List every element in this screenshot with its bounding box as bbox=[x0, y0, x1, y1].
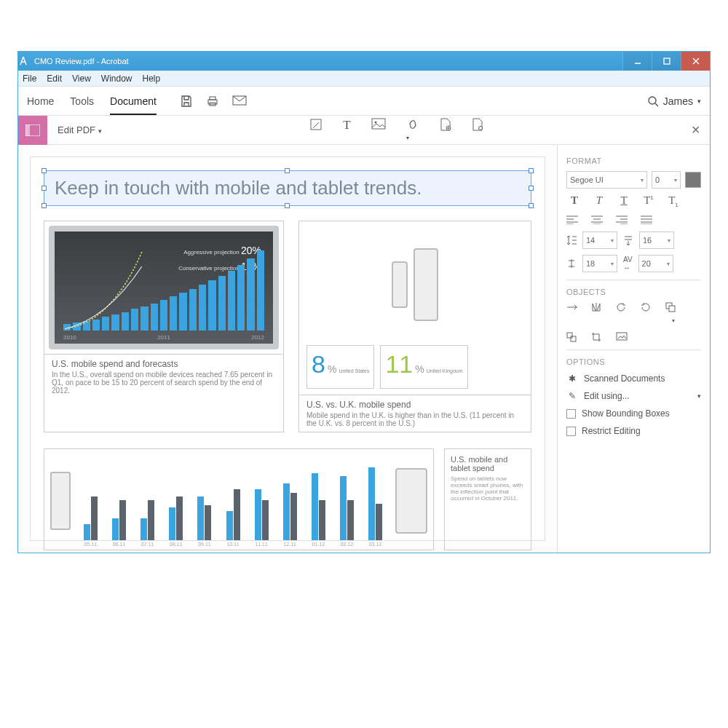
pencil-icon: ✎ bbox=[566, 391, 578, 401]
options-section-label: OPTIONS bbox=[566, 357, 701, 366]
workarea: Keep in touch with mobile and tablet tre… bbox=[18, 145, 710, 553]
menu-window[interactable]: Window bbox=[101, 74, 132, 84]
menu-file[interactable]: File bbox=[23, 74, 36, 84]
document-canvas[interactable]: Keep in touch with mobile and tablet tre… bbox=[18, 145, 557, 553]
line-spacing-icon bbox=[566, 234, 577, 246]
chart1-caption-body: In the U.S., overall spend on mobile dev… bbox=[52, 371, 276, 395]
option-restrict-editing[interactable]: Restrict Editing bbox=[566, 426, 701, 436]
headline-text[interactable]: Keep in touch with mobile and tablet tre… bbox=[55, 177, 521, 199]
objects-section-label: OBJECTS bbox=[566, 288, 701, 296]
svg-point-12 bbox=[374, 122, 376, 124]
svg-point-6 bbox=[649, 97, 656, 104]
replace-image-icon[interactable] bbox=[616, 332, 632, 342]
link-icon[interactable]: ▾ bbox=[406, 118, 419, 142]
horizontal-scale-input[interactable]: 18▾ bbox=[582, 255, 617, 272]
svg-rect-10 bbox=[311, 119, 321, 130]
italic-icon[interactable]: T bbox=[591, 194, 607, 208]
line-spacing-input[interactable]: 14▾ bbox=[582, 232, 617, 249]
tab-tools[interactable]: Tools bbox=[70, 95, 94, 107]
window-title: CMO Review.pdf - Acrobat bbox=[33, 57, 622, 66]
close-button[interactable] bbox=[681, 52, 710, 71]
tab-document[interactable]: Document bbox=[110, 95, 157, 115]
titlebar: CMO Review.pdf - Acrobat bbox=[18, 52, 710, 71]
svg-rect-17 bbox=[567, 333, 572, 338]
menu-view[interactable]: View bbox=[72, 74, 91, 84]
menu-help[interactable]: Help bbox=[143, 74, 161, 84]
document-page: Keep in touch with mobile and tablet tre… bbox=[30, 157, 545, 541]
edit-pdf-dropdown[interactable]: Edit PDF ▾ bbox=[47, 124, 112, 135]
page-settings-icon[interactable] bbox=[472, 118, 483, 142]
gear-icon: ✱ bbox=[566, 373, 578, 384]
add-text-icon[interactable]: T bbox=[343, 118, 350, 142]
arrange-icon[interactable]: ▾ bbox=[665, 302, 681, 325]
edit-toolbar: Edit PDF ▾ T ▾ ✕ bbox=[18, 116, 710, 145]
search-icon[interactable] bbox=[647, 95, 659, 107]
underline-icon[interactable]: T bbox=[616, 194, 632, 208]
stat-us: 8% United States bbox=[306, 345, 374, 389]
format-panel: FORMAT Segoe UI▾ 0▾ T T T T1 T1 1 bbox=[557, 145, 710, 553]
save-icon[interactable] bbox=[180, 95, 193, 108]
rotate-ccw-icon[interactable] bbox=[616, 302, 632, 325]
crop-icon[interactable] bbox=[591, 332, 607, 342]
align-justify-icon[interactable] bbox=[641, 215, 657, 224]
svg-line-7 bbox=[655, 103, 658, 106]
checkbox-icon[interactable] bbox=[566, 427, 576, 436]
checkbox-icon[interactable] bbox=[566, 409, 576, 419]
print-icon[interactable] bbox=[206, 95, 219, 108]
flip-horizontal-icon[interactable] bbox=[566, 302, 582, 325]
svg-rect-19 bbox=[617, 333, 627, 340]
flip-vertical-icon[interactable] bbox=[591, 302, 607, 325]
user-dropdown-icon[interactable]: ▾ bbox=[697, 98, 701, 105]
align-left-icon[interactable] bbox=[566, 215, 582, 224]
horizontal-scale-icon bbox=[566, 258, 577, 269]
bold-icon[interactable]: T bbox=[566, 194, 582, 208]
subscript-icon[interactable]: T1 bbox=[665, 194, 681, 208]
phone-icon bbox=[392, 261, 408, 308]
tablet-icon bbox=[414, 248, 438, 321]
app-window: CMO Review.pdf - Acrobat File Edit View … bbox=[17, 51, 711, 553]
tablet-icon bbox=[395, 468, 427, 534]
add-image-icon[interactable] bbox=[371, 118, 386, 142]
svg-rect-16 bbox=[669, 306, 675, 312]
character-spacing-icon: AV↔ bbox=[623, 256, 633, 272]
acrobat-icon bbox=[18, 56, 33, 66]
add-page-icon[interactable] bbox=[440, 118, 451, 142]
rotate-cw-icon[interactable] bbox=[641, 302, 657, 325]
close-panel-button[interactable]: ✕ bbox=[681, 123, 710, 137]
panel-mode-button[interactable] bbox=[18, 116, 47, 145]
minimize-button[interactable] bbox=[622, 52, 652, 71]
menu-edit[interactable]: Edit bbox=[47, 74, 62, 84]
paragraph-spacing-icon bbox=[623, 234, 633, 246]
group-icon[interactable] bbox=[566, 332, 582, 342]
chart2-caption-body: Mobile spend in the U.K. is higher than … bbox=[306, 411, 523, 427]
color-swatch[interactable] bbox=[685, 172, 701, 188]
align-right-icon[interactable] bbox=[616, 215, 632, 224]
font-size-select[interactable]: 0▾ bbox=[652, 171, 681, 189]
user-name[interactable]: James bbox=[663, 95, 693, 107]
chart2-caption-title: U.S. vs. U.K. mobile spend bbox=[306, 400, 523, 410]
svg-rect-18 bbox=[571, 336, 576, 341]
svg-rect-3 bbox=[210, 97, 215, 100]
selected-text-box[interactable]: Keep in touch with mobile and tablet tre… bbox=[44, 170, 531, 206]
option-edit-using[interactable]: ✎ Edit using... ▾ bbox=[566, 391, 701, 401]
option-scanned-documents[interactable]: ✱ Scanned Documents bbox=[566, 373, 701, 384]
character-spacing-input[interactable]: 20▾ bbox=[638, 255, 673, 272]
tab-home[interactable]: Home bbox=[27, 95, 54, 107]
option-show-bounding-boxes[interactable]: Show Bounding Boxes bbox=[566, 408, 701, 419]
align-center-icon[interactable] bbox=[591, 215, 607, 224]
paragraph-spacing-input[interactable]: 16▾ bbox=[639, 232, 674, 249]
topbar: Home Tools Document James ▾ bbox=[18, 87, 710, 116]
svg-rect-11 bbox=[372, 119, 385, 129]
svg-rect-1 bbox=[664, 58, 670, 64]
format-section-label: FORMAT bbox=[566, 157, 701, 165]
font-family-select[interactable]: Segoe UI▾ bbox=[566, 171, 647, 189]
chart-mobile-forecasts: Aggressive projection 20% Conservative p… bbox=[44, 221, 284, 432]
maximize-button[interactable] bbox=[652, 52, 681, 71]
chart-us-uk-spend: 8% United States 11% United Kingdom U.S.… bbox=[298, 221, 531, 432]
superscript-icon[interactable]: T1 bbox=[641, 194, 657, 208]
mail-icon[interactable] bbox=[232, 95, 247, 108]
chart1-caption-title: U.S. mobile spend and forecasts bbox=[52, 359, 276, 369]
svg-rect-9 bbox=[25, 124, 30, 136]
chart3-side-text: U.S. mobile and tablet spend Spend on ta… bbox=[444, 448, 531, 550]
edit-text-icon[interactable] bbox=[309, 118, 323, 142]
